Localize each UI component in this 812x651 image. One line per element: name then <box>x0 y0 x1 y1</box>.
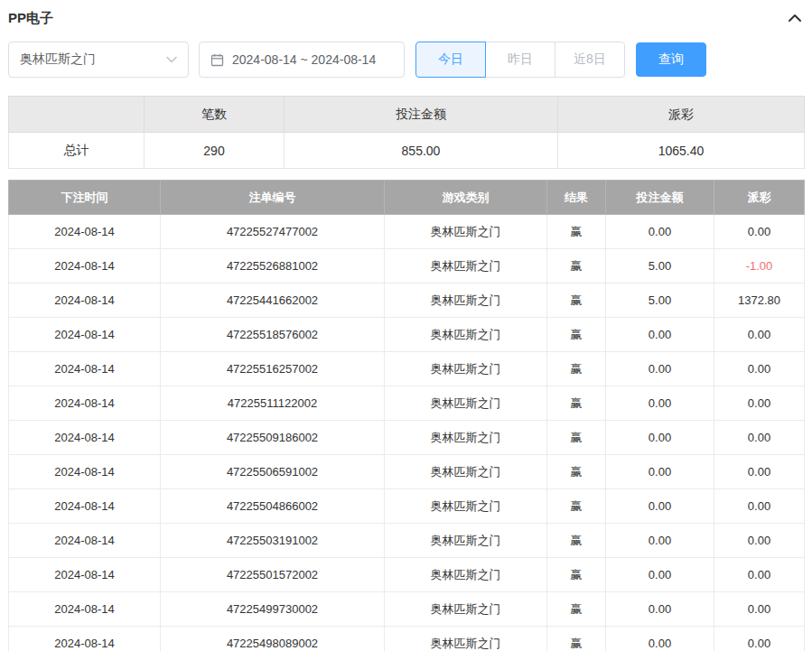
bet-time-cell: 2024-08-14 <box>9 421 161 455</box>
bet-id-cell: 47225506591002 <box>161 455 385 489</box>
bet-time-cell: 2024-08-14 <box>9 558 161 592</box>
records-column-header: 游戏类别 <box>385 181 547 215</box>
bet-time-cell: 2024-08-14 <box>9 627 161 651</box>
bet-amount-cell: 0.00 <box>606 524 714 558</box>
bet-time-cell: 2024-08-14 <box>9 318 161 352</box>
table-row: 2024-08-1447225503191002奥林匹斯之门赢0.000.00 <box>9 524 805 558</box>
game-type-cell: 奥林匹斯之门 <box>385 558 547 592</box>
bet-amount-cell: 0.00 <box>606 352 714 386</box>
bet-time-cell: 2024-08-14 <box>9 284 161 318</box>
bet-amount-cell: 0.00 <box>606 627 714 651</box>
bet-time-cell: 2024-08-14 <box>9 386 161 421</box>
table-row: 2024-08-1447225509186002奥林匹斯之门赢0.000.00 <box>9 421 805 455</box>
bet-time-cell: 2024-08-14 <box>9 352 161 386</box>
records-body: 2024-08-1447225527477002奥林匹斯之门赢0.000.002… <box>9 215 805 651</box>
result-cell: 赢 <box>547 592 606 627</box>
payout-cell: 0.00 <box>714 558 805 592</box>
result-cell: 赢 <box>547 318 606 352</box>
game-type-cell: 奥林匹斯之门 <box>385 489 547 524</box>
result-cell: 赢 <box>547 421 606 455</box>
chevron-down-icon <box>166 56 177 63</box>
bet-id-cell: 47225441662002 <box>161 284 385 318</box>
payout-cell: -1.00 <box>714 249 805 284</box>
bet-id-cell: 47225498089002 <box>161 627 385 651</box>
result-cell: 赢 <box>547 524 606 558</box>
table-row: 2024-08-1447225501572002奥林匹斯之门赢0.000.00 <box>9 558 805 592</box>
panel-header: PP电子 <box>8 5 804 31</box>
game-type-cell: 奥林匹斯之门 <box>385 627 547 651</box>
summary-header-row: 笔数投注金额派彩 <box>9 97 805 133</box>
date-range-picker[interactable]: 2024-08-14 ~ 2024-08-14 <box>199 42 405 78</box>
payout-cell: 0.00 <box>714 489 805 524</box>
payout-cell: 0.00 <box>714 421 805 455</box>
summary-column-header: 派彩 <box>558 97 805 133</box>
game-select[interactable]: 奥林匹斯之门 <box>8 42 189 78</box>
summary-table: 笔数投注金额派彩 总计290855.001065.40 <box>8 96 805 169</box>
table-row: 2024-08-1447225516257002奥林匹斯之门赢0.000.00 <box>9 352 805 386</box>
table-row: 2024-08-1447225499730002奥林匹斯之门赢0.000.00 <box>9 592 805 627</box>
quick-range-button-group: 今日 昨日 近8日 <box>415 42 625 78</box>
result-cell: 赢 <box>547 455 606 489</box>
records-column-header: 结果 <box>547 181 606 215</box>
date-range-value: 2024-08-14 ~ 2024-08-14 <box>232 52 376 67</box>
bet-amount-cell: 0.00 <box>606 592 714 627</box>
table-row: 2024-08-1447225527477002奥林匹斯之门赢0.000.00 <box>9 215 805 249</box>
bet-time-cell: 2024-08-14 <box>9 455 161 489</box>
bet-id-cell: 47225499730002 <box>161 592 385 627</box>
bet-time-cell: 2024-08-14 <box>9 524 161 558</box>
table-row: 2024-08-1447225526881002奥林匹斯之门赢5.00-1.00 <box>9 249 805 284</box>
summary-column-header: 投注金额 <box>285 97 558 133</box>
result-cell: 赢 <box>547 386 606 421</box>
bet-time-cell: 2024-08-14 <box>9 489 161 524</box>
bet-id-cell: 47225516257002 <box>161 352 385 386</box>
game-type-cell: 奥林匹斯之门 <box>385 284 547 318</box>
last-8-days-button[interactable]: 近8日 <box>555 42 625 78</box>
filter-controls: 奥林匹斯之门 2024-08-14 ~ 2024-08-14 今日 昨日 <box>8 42 804 78</box>
bet-amount-cell: 0.00 <box>606 215 714 249</box>
bet-time-cell: 2024-08-14 <box>9 592 161 627</box>
bet-time-cell: 2024-08-14 <box>9 215 161 249</box>
bet-amount-cell: 0.00 <box>606 489 714 524</box>
yesterday-button[interactable]: 昨日 <box>485 42 555 78</box>
table-row: 2024-08-1447225511122002奥林匹斯之门赢0.000.00 <box>9 386 805 421</box>
records-column-header: 注单编号 <box>161 181 385 215</box>
payout-cell: 0.00 <box>714 524 805 558</box>
result-cell: 赢 <box>547 215 606 249</box>
bet-id-cell: 47225527477002 <box>161 215 385 249</box>
records-column-header: 派彩 <box>714 181 805 215</box>
payout-cell: 0.00 <box>714 455 805 489</box>
table-row: 2024-08-1447225498089002奥林匹斯之门赢0.000.00 <box>9 627 805 651</box>
bet-id-cell: 47225501572002 <box>161 558 385 592</box>
collapse-panel-button[interactable] <box>786 12 804 24</box>
pp-electronic-panel: PP电子 奥林匹斯之门 <box>0 0 812 651</box>
game-type-cell: 奥林匹斯之门 <box>385 318 547 352</box>
page-title: PP电子 <box>8 10 53 27</box>
bet-id-cell: 47225509186002 <box>161 421 385 455</box>
bet-id-cell: 47225511122002 <box>161 386 385 421</box>
payout-cell: 0.00 <box>714 352 805 386</box>
today-button[interactable]: 今日 <box>415 42 486 78</box>
payout-cell: 0.00 <box>714 318 805 352</box>
game-type-cell: 奥林匹斯之门 <box>385 455 547 489</box>
game-type-cell: 奥林匹斯之门 <box>385 249 547 284</box>
summary-column-header <box>9 97 145 133</box>
bet-id-cell: 47225526881002 <box>161 249 385 284</box>
records-header-row: 下注时间注单编号游戏类别结果投注金额派彩 <box>9 181 805 215</box>
result-cell: 赢 <box>547 558 606 592</box>
summary-column-header: 笔数 <box>145 97 285 133</box>
summary-value: 290 <box>145 133 285 169</box>
table-row: 2024-08-1447225504866002奥林匹斯之门赢0.000.00 <box>9 489 805 524</box>
payout-cell: 0.00 <box>714 215 805 249</box>
payout-cell: 1372.80 <box>714 284 805 318</box>
bet-records-table: 下注时间注单编号游戏类别结果投注金额派彩 2024-08-14472255274… <box>8 180 805 651</box>
game-type-cell: 奥林匹斯之门 <box>385 592 547 627</box>
game-type-cell: 奥林匹斯之门 <box>385 421 547 455</box>
result-cell: 赢 <box>547 352 606 386</box>
summary-row-label: 总计 <box>9 133 145 169</box>
bet-amount-cell: 5.00 <box>606 284 714 318</box>
query-button[interactable]: 查询 <box>636 42 706 77</box>
bet-amount-cell: 5.00 <box>606 249 714 284</box>
records-column-header: 下注时间 <box>9 181 161 215</box>
bet-time-cell: 2024-08-14 <box>9 249 161 284</box>
bet-id-cell: 47225503191002 <box>161 524 385 558</box>
